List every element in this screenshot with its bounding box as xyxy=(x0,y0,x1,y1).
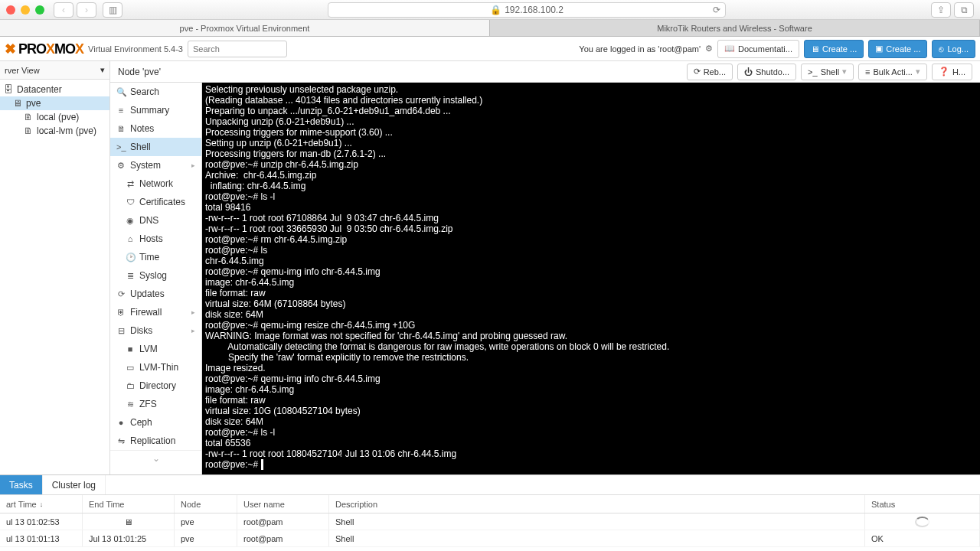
submenu-lvm[interactable]: ■LVM xyxy=(110,340,201,358)
browser-tabs: pve - Proxmox Virtual Environment MikroT… xyxy=(0,20,980,37)
submenu-hosts[interactable]: ⌂Hosts xyxy=(110,230,201,248)
cube-icon: ▣ xyxy=(875,44,883,54)
close-window-icon[interactable] xyxy=(6,5,15,15)
browser-tab-active[interactable]: pve - Proxmox Virtual Environment xyxy=(0,20,490,36)
node-icon: 🖥 xyxy=(12,98,23,109)
submenu-updates[interactable]: ⟳Updates xyxy=(110,285,201,303)
breadcrumb: Node 'pve' xyxy=(118,67,161,77)
menu-icon: 🗀 xyxy=(126,381,135,390)
tree-view-selector[interactable]: rver View▾ xyxy=(0,61,109,80)
forward-button[interactable]: › xyxy=(77,2,96,18)
minimize-window-icon[interactable] xyxy=(21,5,30,15)
book-icon: 📖 xyxy=(724,44,735,54)
submenu-dns[interactable]: ◉DNS xyxy=(110,211,201,230)
tabs-button[interactable]: ⧉ xyxy=(954,2,974,18)
share-button[interactable]: ⇪ xyxy=(931,2,951,18)
browser-tab[interactable]: MikroTik Routers and Wireless - Software xyxy=(490,20,980,36)
maximize-window-icon[interactable] xyxy=(35,5,44,15)
submenu-time[interactable]: 🕑Time xyxy=(110,248,201,266)
address-bar[interactable]: 🔒 192.168.100.2 ⟳ xyxy=(328,2,726,18)
logo: ✖ PROXMOX xyxy=(5,41,83,57)
menu-label: Firewall xyxy=(130,307,162,318)
menu-label: Summary xyxy=(130,105,169,116)
submenu-replication[interactable]: ⇋Replication xyxy=(110,432,201,450)
menu-icon: ≋ xyxy=(126,399,135,409)
menu-icon: ▭ xyxy=(126,363,135,373)
menu-label: Time xyxy=(139,252,159,262)
tree-node-datacenter[interactable]: 🗄Datacenter xyxy=(0,83,109,96)
node-label: local (pve) xyxy=(37,112,79,122)
btn-icon: >_ xyxy=(808,67,818,77)
submenu-shell[interactable]: >_Shell xyxy=(110,138,201,156)
spinner-icon xyxy=(915,517,929,527)
submenu-certificates[interactable]: 🛡Certificates xyxy=(110,193,201,211)
logout-button[interactable]: ⎋Log... xyxy=(932,40,975,58)
submenu-notes[interactable]: 🗎Notes xyxy=(110,119,201,138)
menu-icon: 🛡 xyxy=(126,197,135,207)
submenu-search[interactable]: 🔍Search xyxy=(110,83,201,101)
gear-icon[interactable]: ⚙ xyxy=(705,44,713,54)
tree-node-pve[interactable]: 🖥pve xyxy=(0,96,109,110)
side-submenu: 🔍Search≡Summary🗎Notes>_Shell⚙System▸⇄Net… xyxy=(110,83,202,474)
submenu-lvm-thin[interactable]: ▭LVM-Thin xyxy=(110,358,201,377)
window-controls[interactable] xyxy=(6,5,44,15)
menu-label: ZFS xyxy=(139,399,157,409)
submenu-expand[interactable]: ⌄ xyxy=(110,450,201,466)
documentation-button[interactable]: 📖Documentati... xyxy=(717,40,799,58)
toolbar-button-reb[interactable]: ⟳Reb... xyxy=(687,64,733,80)
node-icon: 🗎 xyxy=(23,126,34,136)
menu-icon: ⛨ xyxy=(116,308,126,317)
menu-label: Updates xyxy=(130,289,165,299)
submenu-directory[interactable]: 🗀Directory xyxy=(110,377,201,395)
submenu-firewall[interactable]: ⛨Firewall▸ xyxy=(110,303,201,321)
task-row[interactable]: ul 13 01:01:13Jul 13 01:01:25pveroot@pam… xyxy=(0,530,980,547)
submenu-disks[interactable]: ⊟Disks▸ xyxy=(110,321,201,340)
task-row[interactable]: ul 13 01:02:53🖥pveroot@pamShell xyxy=(0,514,980,530)
submenu-system[interactable]: ⚙System▸ xyxy=(110,156,201,174)
tree-node-local-pve-[interactable]: 🗎local (pve) xyxy=(0,110,109,124)
submenu-network[interactable]: ⇄Network xyxy=(110,174,201,193)
menu-label: Network xyxy=(139,178,173,189)
menu-icon: 🔍 xyxy=(116,87,126,97)
submenu-syslog[interactable]: ≣Syslog xyxy=(110,266,201,285)
submenu-summary[interactable]: ≡Summary xyxy=(110,101,201,119)
cluster-log-tab[interactable]: Cluster log xyxy=(43,475,106,494)
create-vm-button[interactable]: 🖥Create ... xyxy=(804,40,864,58)
submenu-ceph[interactable]: ●Ceph xyxy=(110,413,201,432)
logout-icon: ⎋ xyxy=(939,44,944,54)
reload-icon[interactable]: ⟳ xyxy=(713,5,720,15)
menu-icon: ⇄ xyxy=(126,179,135,189)
toolbar-button-bulkacti[interactable]: ≡Bulk Acti... ▾ xyxy=(858,64,927,80)
sort-desc-icon: ↓ xyxy=(40,500,44,508)
task-table-header: art Time↓ End Time Node User name Descri… xyxy=(0,495,980,514)
toolbar-button-h[interactable]: ❓H... xyxy=(932,64,972,80)
menu-label: System xyxy=(130,160,161,171)
menu-label: Hosts xyxy=(139,233,163,244)
toolbar-button-shutdo[interactable]: ⏻Shutdo... xyxy=(737,64,796,80)
back-button[interactable]: ‹ xyxy=(54,2,74,18)
create-ct-button[interactable]: ▣Create ... xyxy=(868,40,927,58)
submenu-zfs[interactable]: ≋ZFS xyxy=(110,395,201,413)
menu-label: Certificates xyxy=(139,197,185,207)
sidebar-button[interactable]: ▥ xyxy=(103,2,122,18)
col-node[interactable]: Node xyxy=(175,495,237,513)
col-status[interactable]: Status xyxy=(865,495,980,513)
col-description[interactable]: Description xyxy=(329,495,865,513)
app-header: ✖ PROXMOX Virtual Environment 5.4-3 You … xyxy=(0,37,980,61)
menu-icon: ⊟ xyxy=(116,326,126,336)
tree-node-local-lvm-pve-[interactable]: 🗎local-lvm (pve) xyxy=(0,124,109,138)
col-end-time[interactable]: End Time xyxy=(83,495,175,513)
col-user[interactable]: User name xyxy=(237,495,329,513)
shell-terminal[interactable]: Selecting previously unselected package … xyxy=(202,83,980,474)
tasks-tab[interactable]: Tasks xyxy=(0,475,43,494)
toolbar-button-shell[interactable]: >_Shell ▾ xyxy=(801,64,854,80)
content-toolbar: Node 'pve' ⟳Reb...⏻Shutdo...>_Shell ▾≡Bu… xyxy=(110,61,980,83)
search-input[interactable] xyxy=(188,41,287,57)
monitor-icon: 🖥 xyxy=(124,517,132,527)
col-start-time[interactable]: art Time↓ xyxy=(0,495,83,513)
node-label: Datacenter xyxy=(17,84,62,95)
node-label: pve xyxy=(26,98,41,109)
menu-icon: ≣ xyxy=(126,271,135,281)
node-icon: 🗎 xyxy=(23,112,34,122)
menu-label: Syslog xyxy=(139,270,167,281)
